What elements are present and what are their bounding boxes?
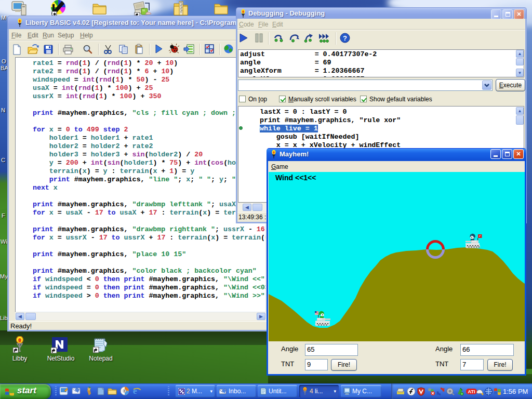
svg-text:Wind <<1<<: Wind <<1<< [275,174,316,182]
svg-text:ATI: ATI [468,389,475,394]
svg-text:?: ? [343,34,347,42]
